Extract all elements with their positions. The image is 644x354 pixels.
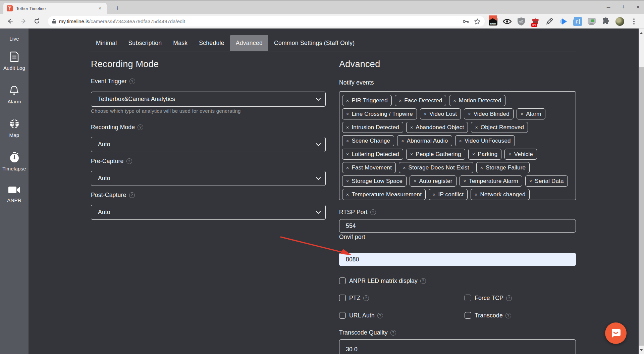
ptz-checkbox-item[interactable]: PTZ ?: [339, 294, 369, 302]
remove-tag-icon[interactable]: ×: [468, 111, 471, 117]
remove-tag-icon[interactable]: ×: [480, 165, 483, 170]
address-bar[interactable]: my.timeline.is/cameras/5f73434ea79dfa375…: [48, 16, 485, 27]
proxy-valve-extension-icon[interactable]: 0/0: [531, 17, 540, 26]
help-icon[interactable]: ?: [138, 124, 143, 130]
help-icon[interactable]: ?: [420, 278, 426, 284]
checkbox[interactable]: [339, 277, 346, 284]
remove-tag-icon[interactable]: ×: [453, 98, 456, 103]
sidebar-item-audit-log[interactable]: Audit Log: [3, 51, 25, 71]
help-icon[interactable]: ?: [506, 295, 512, 301]
remove-tag-icon[interactable]: ×: [399, 98, 401, 103]
notify-event-tag[interactable]: ×Vehicle: [504, 149, 537, 160]
help-icon[interactable]: ?: [129, 79, 135, 84]
notify-event-tag[interactable]: ×Parking: [468, 149, 501, 160]
checkbox[interactable]: [339, 295, 346, 301]
eye-extension-icon[interactable]: [502, 17, 512, 26]
notify-event-tag[interactable]: ×Storage Failure: [476, 162, 530, 173]
remove-tag-icon[interactable]: ×: [410, 152, 413, 157]
password-key-icon[interactable]: [462, 18, 469, 25]
remove-tag-icon[interactable]: ×: [346, 111, 349, 117]
notify-event-tag[interactable]: ×Loitering Detected: [342, 149, 403, 160]
remove-tag-icon[interactable]: ×: [414, 179, 416, 184]
remove-tag-icon[interactable]: ×: [410, 125, 413, 130]
notify-event-tag[interactable]: ×Temperature Alarm: [460, 175, 522, 187]
remove-tag-icon[interactable]: ×: [521, 111, 523, 117]
remove-tag-icon[interactable]: ×: [403, 165, 406, 170]
reload-button[interactable]: [32, 16, 42, 26]
help-icon[interactable]: ?: [390, 330, 396, 336]
anpr-led-checkbox-item[interactable]: ANPR LED matrix display ?: [339, 277, 426, 285]
tab-minimal[interactable]: Minimal: [90, 35, 122, 51]
remove-tag-icon[interactable]: ×: [346, 98, 349, 103]
notify-event-tag[interactable]: ×Serial Data: [525, 175, 568, 187]
lock-icon[interactable]: [52, 19, 56, 24]
video-speed-extension-icon[interactable]: [559, 17, 568, 26]
window-minimize-button[interactable]: –: [605, 3, 612, 11]
notify-event-tag[interactable]: ×Video Lost: [420, 108, 461, 119]
notify-event-tag[interactable]: ×Storage Does Not Exist: [399, 162, 473, 173]
notify-event-tag[interactable]: ×Storage Low Space: [342, 175, 407, 187]
scroll-up-icon[interactable]: [639, 31, 644, 36]
notify-event-tag[interactable]: ×IP conflict: [429, 189, 468, 200]
browser-menu-icon[interactable]: [629, 17, 639, 26]
notify-event-tag[interactable]: ×PIR Triggered: [342, 95, 392, 106]
remote-desktop-extension-icon[interactable]: [587, 17, 596, 26]
notify-event-tag[interactable]: ×Abandoned Object: [406, 122, 468, 133]
bookmark-star-icon[interactable]: [474, 18, 481, 25]
notify-events-box[interactable]: ×PIR Triggered×Face Detected×Motion Dete…: [339, 91, 576, 200]
sidebar-item-alarm[interactable]: Alarm: [7, 85, 21, 104]
remove-tag-icon[interactable]: ×: [464, 179, 466, 184]
fi-extension-icon[interactable]: F: [573, 17, 582, 26]
tab-close-icon[interactable]: ×: [97, 5, 103, 12]
event-trigger-select[interactable]: Tetherbox&Camera Analytics: [91, 92, 326, 107]
url-auth-checkbox-item[interactable]: URL Auth ?: [339, 311, 383, 319]
chat-launcher-button[interactable]: [605, 322, 627, 344]
transcode-checkbox-item[interactable]: Transcode ?: [465, 311, 511, 319]
notify-event-tag[interactable]: ×Alarm: [517, 108, 545, 119]
remove-tag-icon[interactable]: ×: [346, 152, 349, 157]
remove-tag-icon[interactable]: ×: [346, 165, 349, 170]
notify-event-tag[interactable]: ×Intrusion Detected: [342, 122, 403, 133]
help-icon[interactable]: ?: [505, 313, 511, 318]
sidebar-item-map[interactable]: Map: [9, 118, 20, 138]
scroll-down-icon[interactable]: [639, 347, 644, 353]
remove-tag-icon[interactable]: ×: [472, 152, 475, 157]
notify-event-tag[interactable]: ×Auto register: [410, 175, 456, 187]
onvif-port-input[interactable]: [339, 253, 576, 266]
notify-event-tag[interactable]: ×Abnormal Audio: [397, 135, 452, 146]
browser-tab[interactable]: Tether Timeline ×: [3, 3, 107, 14]
notify-event-tag[interactable]: ×Line Crossing / Tripwire: [342, 108, 417, 119]
tab-schedule[interactable]: Schedule: [193, 35, 230, 51]
pre-capture-select[interactable]: Auto: [91, 171, 326, 186]
remove-tag-icon[interactable]: ×: [424, 111, 427, 117]
tab-mask[interactable]: Mask: [167, 35, 193, 51]
help-icon[interactable]: ?: [377, 313, 383, 318]
scrollbar-thumb[interactable]: [639, 67, 644, 346]
notify-event-tag[interactable]: ×People Gathering: [406, 149, 465, 160]
window-close-button[interactable]: ×: [635, 3, 641, 11]
forward-button[interactable]: [19, 16, 28, 26]
notify-event-tag[interactable]: ×Face Detected: [395, 95, 446, 106]
sidebar-item-live[interactable]: Live: [9, 36, 19, 42]
force-tcp-checkbox-item[interactable]: Force TCP ?: [465, 294, 512, 302]
back-button[interactable]: [5, 16, 15, 26]
help-icon[interactable]: ?: [126, 158, 132, 164]
help-icon[interactable]: ?: [129, 192, 135, 198]
remove-tag-icon[interactable]: ×: [508, 152, 511, 157]
remove-tag-icon[interactable]: ×: [346, 192, 349, 197]
remove-tag-icon[interactable]: ×: [401, 138, 404, 144]
checkbox[interactable]: [339, 312, 346, 319]
remove-tag-icon[interactable]: ×: [475, 125, 478, 130]
new-tab-button[interactable]: +: [113, 3, 122, 13]
notify-event-tag[interactable]: ×Motion Detected: [449, 95, 505, 106]
remove-tag-icon[interactable]: ×: [346, 138, 349, 144]
checkbox[interactable]: [465, 312, 471, 319]
ublock-extension-icon[interactable]: uO: [517, 17, 526, 26]
post-capture-select[interactable]: Auto: [91, 205, 326, 220]
remove-tag-icon[interactable]: ×: [433, 192, 435, 197]
dnd-extension-icon[interactable]: DND: [488, 17, 498, 26]
notify-event-tag[interactable]: ×Video UnFocused: [455, 135, 515, 146]
extensions-puzzle-icon[interactable]: [601, 17, 610, 26]
sidebar-item-anpr[interactable]: ANPR: [7, 186, 21, 203]
pencil-extension-icon[interactable]: [545, 17, 554, 26]
